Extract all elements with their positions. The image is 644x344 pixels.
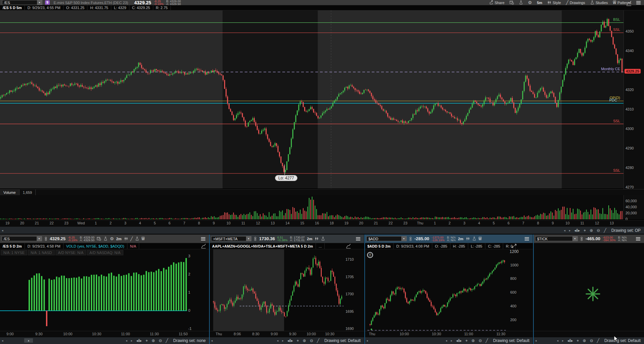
page-right-icon[interactable]: ▸: [569, 228, 571, 232]
link-icon[interactable]: [409, 236, 412, 241]
zoom-out-icon[interactable]: ⊖: [597, 228, 600, 232]
auto-scroll-icon[interactable]: ◂‖▸: [456, 339, 462, 343]
zoom-in-icon[interactable]: ⊕: [583, 339, 586, 343]
crosshair-icon[interactable]: ⌖: [577, 339, 579, 343]
calendar-icon[interactable]: [97, 236, 101, 241]
pane-time-axis[interactable]: Thu8:068:309:009:3010:0010:30: [209, 331, 364, 337]
flask-icon[interactable]: [321, 236, 325, 241]
pencil-icon[interactable]: ╱: [597, 339, 599, 343]
auto-scroll-icon[interactable]: ◂‖▸: [136, 339, 142, 343]
zoom-in-icon[interactable]: ⊕: [303, 339, 306, 343]
page-right-icon[interactable]: ▸: [131, 339, 133, 343]
page-right-icon[interactable]: ▸: [282, 339, 284, 343]
collapse-icon[interactable]: [511, 245, 517, 249]
add-chart[interactable]: [365, 249, 508, 331]
auto-scroll-icon[interactable]: ◂‖▸: [287, 339, 293, 343]
page-right-icon[interactable]: ▸: [562, 339, 564, 343]
page-right-icon[interactable]: ▸: [451, 339, 452, 343]
timeframe-button[interactable]: 2m: [458, 237, 464, 241]
drawings-button[interactable]: ╱ Drawings: [566, 1, 585, 5]
drawing-set-label[interactable]: Drawing set: Default: [604, 338, 641, 343]
scroll-left-icon[interactable]: ◂: [211, 339, 213, 343]
crosshair-icon[interactable]: ⌖: [466, 339, 468, 343]
menu-icon[interactable]: [636, 0, 641, 5]
chevron-down-icon[interactable]: ▾: [572, 236, 577, 241]
pencil-icon[interactable]: ╱: [604, 228, 606, 232]
page-left-icon[interactable]: ◂: [277, 339, 279, 343]
candle-icon[interactable]: [315, 236, 319, 241]
link-icon[interactable]: [44, 236, 47, 241]
pencil-icon[interactable]: ╱: [317, 339, 319, 343]
studies-button[interactable]: Studies: [590, 0, 608, 5]
chevron-down-icon[interactable]: ▾: [401, 236, 406, 241]
link-icon[interactable]: [254, 236, 257, 241]
share-button[interactable]: Share: [489, 0, 504, 5]
chart-squiggle-icon[interactable]: [201, 244, 206, 250]
patterns-icon[interactable]: W: [479, 237, 482, 241]
calendar-clock-icon[interactable]: [510, 0, 514, 5]
timeframe-button[interactable]: 2m: [307, 237, 312, 241]
chevron-down-icon[interactable]: ▾: [37, 236, 42, 241]
auto-scroll-icon[interactable]: ◂‖▸: [574, 228, 580, 232]
symbol-input[interactable]: /ES ▾: [2, 0, 42, 5]
symbol-input[interactable]: +MSFT+META▾: [211, 236, 251, 241]
candle-icon[interactable]: [124, 236, 128, 241]
zoom-in-icon[interactable]: ⊕: [472, 339, 475, 343]
page-left-icon[interactable]: ◂: [564, 228, 565, 232]
pane-time-axis[interactable]: Thu10:0010:3011:0011:30: [365, 331, 533, 337]
menu-icon[interactable]: [201, 236, 207, 241]
study-label[interactable]: VOLD (yes, NYSE, $ADD, $ADQD): [64, 243, 127, 249]
menu-icon[interactable]: [356, 236, 362, 241]
scroll-left-icon[interactable]: ◂: [366, 339, 368, 343]
menu-icon[interactable]: [636, 236, 642, 241]
patterns-icon[interactable]: W: [142, 237, 145, 241]
mag7-chart[interactable]: [209, 249, 344, 331]
symbol-input[interactable]: $TICK▾: [535, 236, 578, 241]
auto-scroll-icon[interactable]: ◂‖▸: [567, 339, 573, 343]
pencil-icon[interactable]: ╱: [130, 237, 133, 241]
gear-icon[interactable]: ⚙: [110, 236, 114, 241]
crosshair-icon[interactable]: ⌖: [584, 228, 586, 232]
flask-icon[interactable]: [472, 236, 476, 241]
zoom-in-icon[interactable]: ⊕: [152, 339, 155, 343]
warning-icon[interactable]: !: [367, 252, 373, 258]
drawing-set-label[interactable]: Drawing set: OP: [611, 228, 641, 233]
zoom-out-icon[interactable]: ⊖: [159, 339, 162, 343]
page-left-icon[interactable]: ◂: [446, 339, 447, 343]
link-icon[interactable]: [580, 236, 583, 241]
pane-collapse-handle[interactable]: ▴: [24, 338, 33, 343]
symbol-input[interactable]: /ES▾: [2, 236, 42, 241]
drawing-set-label[interactable]: Drawing set: Default: [493, 338, 529, 343]
flask-icon[interactable]: [135, 236, 139, 241]
timeframe-button[interactable]: 2m: [116, 237, 122, 241]
pane-time-axis[interactable]: 9:009:3010:0010:3011:0011:3011:50: [0, 331, 209, 337]
gear-icon[interactable]: ⚙: [528, 0, 532, 5]
drawing-set-label[interactable]: Drawing set: none: [173, 338, 206, 343]
scroll-left-icon[interactable]: ◂: [535, 339, 537, 343]
scroll-left-icon[interactable]: ◂: [2, 228, 3, 232]
scroll-left-icon[interactable]: ◂: [2, 339, 3, 343]
symbol-input[interactable]: $ADD▾: [366, 236, 407, 241]
main-chart[interactable]: BSLSSLMonthly CEOP(D)PDCSSLSSL Lo: 4277: [0, 10, 623, 188]
ellipsis-cell[interactable]: ...: [316, 243, 325, 249]
pane-time-axis[interactable]: [533, 331, 644, 337]
flask-icon[interactable]: [519, 0, 523, 5]
chart-squiggle-icon[interactable]: [346, 244, 351, 250]
main-time-axis[interactable]: 1920212223Wed123456789101112131415161819…: [0, 220, 644, 227]
zoom-out-icon[interactable]: ⊖: [479, 339, 482, 343]
zoom-in-icon[interactable]: ⊕: [590, 228, 593, 232]
pencil-icon[interactable]: ╱: [486, 339, 488, 343]
crosshair-icon[interactable]: ⌖: [146, 339, 148, 343]
drawing-set-label[interactable]: Drawing set: Default: [324, 338, 361, 343]
chevron-down-icon[interactable]: ▾: [37, 0, 42, 5]
crosshair-icon[interactable]: ⌖: [297, 339, 299, 343]
pencil-icon[interactable]: ╱: [166, 339, 168, 343]
menu-icon[interactable]: [525, 236, 531, 241]
zoom-out-icon[interactable]: ⊖: [310, 339, 313, 343]
main-price-axis[interactable]: 4329.25 43504340432043104300429042804270: [623, 10, 644, 189]
chart-squiggle-icon[interactable]: [626, 1, 632, 8]
vold-chart[interactable]: [0, 249, 187, 331]
zoom-out-icon[interactable]: ⊖: [590, 339, 593, 343]
chevron-down-icon[interactable]: ▾: [246, 236, 251, 241]
flask-icon[interactable]: [104, 236, 108, 241]
